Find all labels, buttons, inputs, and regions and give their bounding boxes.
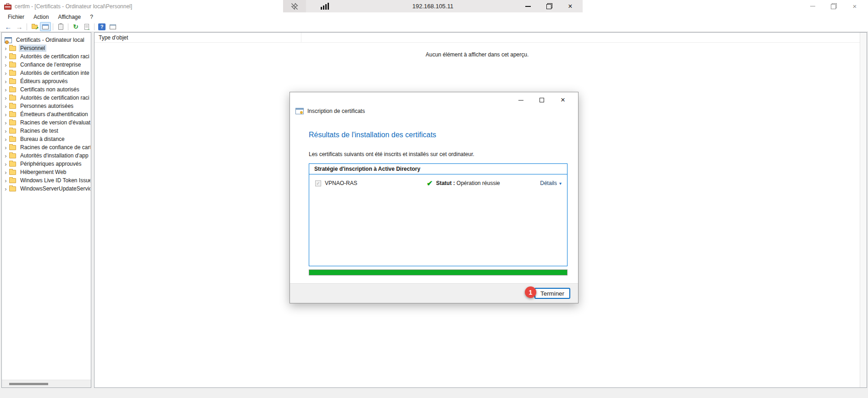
dialog-description: Les certificats suivants ont été inscrit… bbox=[309, 151, 474, 157]
chevron-right-icon[interactable]: › bbox=[2, 111, 9, 118]
back-icon[interactable]: ← bbox=[3, 22, 14, 31]
close-icon[interactable]: × bbox=[844, 0, 865, 12]
tree-item-racines-evaluation[interactable]: ›Racines de version d'évaluati bbox=[2, 118, 90, 127]
clipboard-icon[interactable] bbox=[55, 22, 66, 31]
annotation-badge-1: 1 bbox=[525, 286, 536, 298]
tree-item-emetteurs-authentification[interactable]: ›Émetteurs d'authentification bbox=[2, 110, 90, 118]
folder-icon bbox=[9, 54, 16, 59]
tree-item-autorites-installation-app[interactable]: ›Autorités d'installation d'app bbox=[2, 151, 90, 160]
tree-item-autorites-racines-tierce[interactable]: ›Autorités de certification raci bbox=[2, 94, 90, 102]
chevron-right-icon[interactable]: › bbox=[2, 103, 9, 110]
certificate-name: VPNAO-RAS bbox=[325, 180, 357, 186]
chevron-right-icon[interactable]: › bbox=[2, 177, 9, 184]
dialog-close-icon[interactable]: × bbox=[552, 95, 573, 105]
console-tree-panel: Certificats - Ordinateur local ›Personne… bbox=[1, 32, 91, 388]
folder-icon bbox=[9, 178, 16, 183]
dialog-maximize-icon[interactable] bbox=[531, 95, 552, 105]
chevron-right-icon[interactable]: › bbox=[2, 62, 9, 68]
export-folder-icon[interactable]: ↗ bbox=[29, 22, 40, 31]
tree-item-peripheriques-approuves[interactable]: ›Périphériques approuvés bbox=[2, 160, 90, 168]
tree-item-windows-live-id[interactable]: ›Windows Live ID Token Issuer bbox=[2, 176, 90, 185]
column-header-type-objet[interactable]: Type d'objet bbox=[99, 34, 128, 41]
folder-icon bbox=[9, 87, 16, 92]
chevron-down-icon[interactable]: ▾ bbox=[559, 181, 562, 186]
chevron-right-icon[interactable]: › bbox=[2, 152, 9, 159]
chevron-right-icon[interactable]: › bbox=[2, 86, 9, 93]
chevron-right-icon[interactable]: › bbox=[2, 119, 9, 126]
tree-item-autorites-racines[interactable]: ›Autorités de certification raci bbox=[2, 52, 90, 61]
vertical-scrollbar[interactable] bbox=[860, 33, 867, 387]
toolbar-separator bbox=[27, 23, 27, 30]
tree-item-personnes-autorisees[interactable]: ›Personnes autorisées bbox=[2, 102, 90, 110]
status-label: Statut : bbox=[436, 180, 455, 186]
menu-help[interactable]: ? bbox=[85, 14, 98, 20]
status-group: ✔ Statut : Opération réussie bbox=[427, 179, 500, 188]
folder-icon bbox=[9, 112, 16, 117]
chevron-right-icon[interactable]: › bbox=[2, 53, 9, 60]
minimize-icon[interactable] bbox=[802, 0, 823, 12]
window-title: certlm - [Certificats - Ordinateur local… bbox=[15, 3, 132, 10]
window-controls: × bbox=[802, 0, 865, 12]
enrollment-policy-header: Stratégie d'inscription à Active Directo… bbox=[309, 164, 567, 174]
folder-icon bbox=[9, 62, 16, 67]
dialog-window-controls: × bbox=[510, 95, 573, 105]
menu-action[interactable]: Action bbox=[29, 14, 53, 20]
rdp-minimize-icon[interactable] bbox=[517, 0, 539, 12]
folder-icon bbox=[9, 162, 16, 167]
folder-icon bbox=[9, 186, 16, 191]
tree-item-certificats-non-autorises[interactable]: ›Certificats non autorisés bbox=[2, 85, 90, 94]
chevron-right-icon[interactable]: › bbox=[2, 185, 9, 192]
chevron-right-icon[interactable]: › bbox=[2, 144, 9, 151]
pin-off-icon[interactable] bbox=[283, 0, 306, 12]
tree-item-confiance-entreprise[interactable]: ›Confiance de l'entreprise bbox=[2, 61, 90, 69]
toolbar: ← → ↗ ↻ → ? bbox=[0, 22, 868, 32]
details-expander[interactable]: Détails ▾ bbox=[540, 180, 562, 186]
menu-bar: Fichier Action Affichage ? bbox=[0, 12, 868, 22]
dialog-minimize-icon[interactable] bbox=[510, 95, 531, 105]
toolbar-separator bbox=[94, 23, 95, 30]
progress-bar bbox=[309, 269, 568, 275]
chevron-right-icon[interactable]: › bbox=[2, 70, 9, 77]
success-check-icon: ✔ bbox=[427, 179, 433, 188]
tree-item-editeurs-approuves[interactable]: ›Éditeurs approuvés bbox=[2, 77, 90, 85]
tree-item-personnel[interactable]: ›Personnel bbox=[2, 44, 90, 52]
signal-strength-icon[interactable] bbox=[321, 3, 329, 10]
rdp-window-controls: × bbox=[517, 0, 581, 12]
chevron-right-icon[interactable]: › bbox=[2, 95, 9, 101]
menu-affichage[interactable]: Affichage bbox=[53, 14, 85, 20]
chevron-right-icon[interactable]: › bbox=[2, 161, 9, 168]
checkbox-disabled-checked: ✓ bbox=[315, 180, 321, 186]
chevron-right-icon[interactable]: › bbox=[2, 78, 9, 85]
chevron-right-icon[interactable]: › bbox=[2, 128, 9, 135]
rdp-close-icon[interactable]: × bbox=[560, 0, 581, 12]
tree-item-autorites-intermediaires[interactable]: ›Autorités de certification inte bbox=[2, 69, 90, 77]
toolbar-separator bbox=[68, 23, 68, 30]
tree-item-racines-de-test[interactable]: ›Racines de test bbox=[2, 127, 90, 135]
chevron-right-icon[interactable]: › bbox=[2, 169, 9, 176]
show-console-tree-icon[interactable] bbox=[40, 22, 51, 31]
tree-item-wsus[interactable]: ›WindowsServerUpdateService bbox=[2, 185, 90, 193]
tree-item-hebergement-web[interactable]: ›Hébergement Web bbox=[2, 168, 90, 176]
refresh-icon[interactable]: ↻ bbox=[70, 22, 81, 31]
menu-fichier[interactable]: Fichier bbox=[3, 14, 29, 20]
chevron-right-icon[interactable]: › bbox=[2, 136, 9, 143]
restore-icon[interactable] bbox=[823, 0, 844, 12]
rdp-restore-icon[interactable] bbox=[539, 0, 560, 12]
help-icon[interactable]: ? bbox=[96, 22, 107, 31]
forward-icon[interactable]: → bbox=[14, 22, 25, 31]
scrollbar-thumb[interactable] bbox=[9, 383, 48, 385]
tree-root[interactable]: Certificats - Ordinateur local bbox=[2, 36, 90, 44]
column-divider[interactable] bbox=[301, 33, 301, 43]
tree-item-bureau-a-distance[interactable]: ›Bureau à distance bbox=[2, 135, 90, 143]
folder-icon bbox=[9, 129, 16, 134]
folder-icon bbox=[9, 153, 16, 158]
show-window-icon[interactable] bbox=[107, 22, 118, 31]
tree-item-racines-carte-a-puce[interactable]: ›Racines de confiance de carte bbox=[2, 143, 90, 151]
dialog-caption-text: Inscription de certificats bbox=[307, 108, 365, 114]
chevron-right-icon[interactable]: › bbox=[2, 45, 9, 52]
export-list-icon[interactable]: → bbox=[81, 22, 92, 31]
status-text: Statut : Opération réussie bbox=[436, 180, 500, 186]
details-label[interactable]: Détails bbox=[540, 180, 557, 186]
finish-button[interactable]: Terminer bbox=[534, 288, 570, 299]
horizontal-scrollbar[interactable] bbox=[2, 380, 91, 387]
